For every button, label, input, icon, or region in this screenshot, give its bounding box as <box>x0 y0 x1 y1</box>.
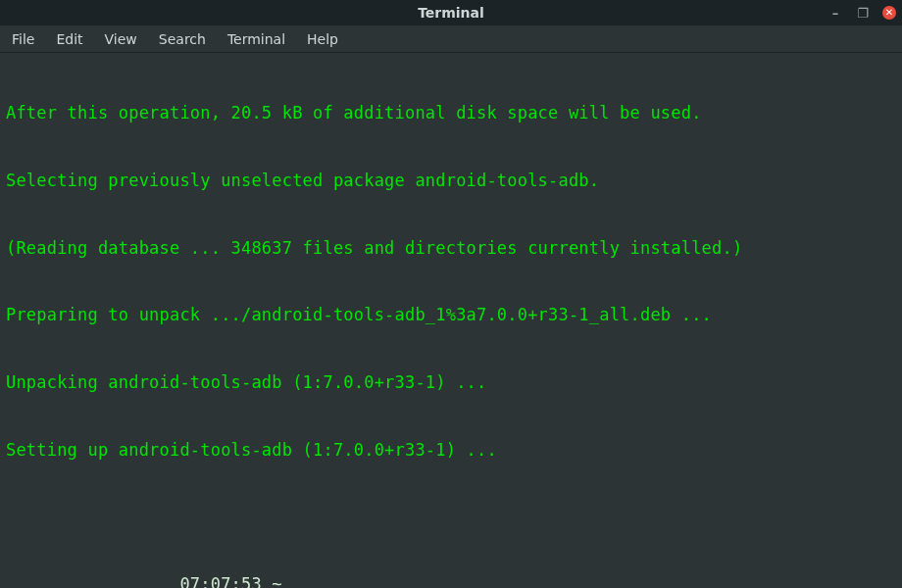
window-title: Terminal <box>418 5 484 21</box>
menu-view[interactable]: View <box>105 31 137 47</box>
menubar: File Edit View Search Terminal Help <box>0 25 902 53</box>
menu-help[interactable]: Help <box>307 31 338 47</box>
menu-file[interactable]: File <box>12 31 34 47</box>
window-controls: – ❐ ✕ <box>827 0 896 25</box>
terminal-output[interactable]: After this operation, 20.5 kB of additio… <box>0 53 902 588</box>
window-titlebar: Terminal – ❐ ✕ <box>0 0 902 25</box>
menu-search[interactable]: Search <box>159 31 206 47</box>
menu-edit[interactable]: Edit <box>56 31 82 47</box>
minimize-button[interactable]: – <box>827 5 843 21</box>
output-line: Unpacking android-tools-adb (1:7.0.0+r33… <box>6 371 896 394</box>
output-line: Selecting previously unselected package … <box>6 170 896 192</box>
blank-line <box>6 507 896 528</box>
prompt-timestamp: 07:07:53 ~ <box>6 573 896 588</box>
maximize-button[interactable]: ❐ <box>855 5 871 21</box>
output-line: (Reading database ... 348637 files and d… <box>6 237 896 260</box>
close-button[interactable]: ✕ <box>882 6 896 20</box>
menu-terminal[interactable]: Terminal <box>227 31 285 47</box>
output-line: Preparing to unpack .../android-tools-ad… <box>6 304 896 326</box>
output-line: Setting up android-tools-adb (1:7.0.0+r3… <box>6 439 896 462</box>
output-line: After this operation, 20.5 kB of additio… <box>6 102 896 124</box>
